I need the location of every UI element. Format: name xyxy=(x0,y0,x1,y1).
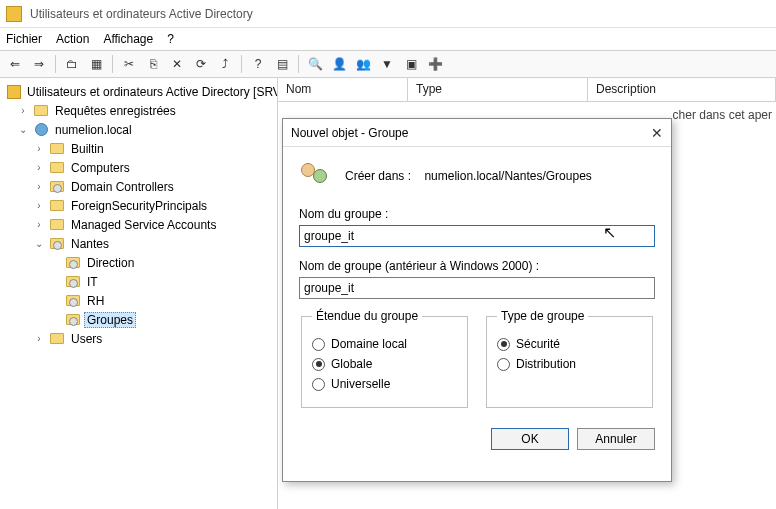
type-distribution-radio[interactable]: Distribution xyxy=(497,357,642,371)
new-ou-icon[interactable]: ▣ xyxy=(400,53,422,75)
tree-label: ForeignSecurityPrincipals xyxy=(68,199,210,213)
window-title: Utilisateurs et ordinateurs Active Direc… xyxy=(30,7,253,21)
scope-fieldset: Étendue du groupe Domaine local Globale … xyxy=(301,309,468,408)
tree-label: RH xyxy=(84,294,107,308)
titlebar: Utilisateurs et ordinateurs Active Direc… xyxy=(0,0,776,28)
scope-local-radio[interactable]: Domaine local xyxy=(312,337,457,351)
column-nom[interactable]: Nom xyxy=(278,78,408,101)
cut-icon[interactable]: ✂ xyxy=(118,53,140,75)
copy-icon[interactable]: ⎘ xyxy=(142,53,164,75)
group-name-input[interactable] xyxy=(299,225,655,247)
expand-icon[interactable]: › xyxy=(32,200,46,211)
radio-icon xyxy=(312,338,325,351)
dialog-title: Nouvel objet - Groupe xyxy=(291,126,408,140)
expand-icon[interactable]: › xyxy=(32,219,46,230)
expand-icon[interactable]: › xyxy=(32,143,46,154)
add-to-group-icon[interactable]: ➕ xyxy=(424,53,446,75)
app-icon xyxy=(6,6,22,22)
tree-computers[interactable]: ›Computers xyxy=(2,158,275,177)
delete-icon[interactable]: ✕ xyxy=(166,53,188,75)
tree-rh[interactable]: RH xyxy=(2,291,275,310)
filter-icon[interactable]: ▼ xyxy=(376,53,398,75)
ou-icon xyxy=(66,295,80,306)
group-name2000-label: Nom de groupe (antérieur à Windows 2000)… xyxy=(299,259,655,273)
cancel-button[interactable]: Annuler xyxy=(577,428,655,450)
tree-direction[interactable]: Direction xyxy=(2,253,275,272)
menu-file[interactable]: Fichier xyxy=(6,32,42,46)
radio-label: Globale xyxy=(331,357,372,371)
close-button[interactable]: ✕ xyxy=(651,125,663,141)
expand-icon[interactable]: › xyxy=(32,181,46,192)
toolbar: ⇐ ⇒ 🗀 ▦ ✂ ⎘ ✕ ⟳ ⤴ ? ▤ 🔍 👤 👥 ▼ ▣ ➕ xyxy=(0,50,776,78)
properties-icon[interactable]: ▤ xyxy=(271,53,293,75)
tree-domain[interactable]: ⌄numelion.local xyxy=(2,120,275,139)
folder-icon xyxy=(50,143,64,154)
tree-label: Computers xyxy=(68,161,133,175)
new-group-dialog: Nouvel objet - Groupe ✕ Créer dans : num… xyxy=(282,118,672,482)
tree-domain-controllers[interactable]: ›Domain Controllers xyxy=(2,177,275,196)
menubar: Fichier Action Affichage ? xyxy=(0,28,776,50)
menu-help[interactable]: ? xyxy=(167,32,174,46)
tree-nantes[interactable]: ⌄Nantes xyxy=(2,234,275,253)
expand-icon[interactable]: › xyxy=(32,333,46,344)
tree-it[interactable]: IT xyxy=(2,272,275,291)
type-legend: Type de groupe xyxy=(497,309,588,323)
toolbar-separator xyxy=(55,55,56,73)
expand-icon[interactable]: › xyxy=(32,162,46,173)
tree-view[interactable]: Utilisateurs et ordinateurs Active Direc… xyxy=(0,78,278,509)
radio-icon xyxy=(312,378,325,391)
up-button[interactable]: 🗀 xyxy=(61,53,83,75)
new-group-icon[interactable]: 👥 xyxy=(352,53,374,75)
back-button[interactable]: ⇐ xyxy=(4,53,26,75)
tree-saved-queries[interactable]: ›Requêtes enregistrées xyxy=(2,101,275,120)
type-security-radio[interactable]: Sécurité xyxy=(497,337,642,351)
toolbar-separator xyxy=(298,55,299,73)
folder-icon xyxy=(50,219,64,230)
type-fieldset: Type de groupe Sécurité Distribution xyxy=(486,309,653,408)
tree-root[interactable]: Utilisateurs et ordinateurs Active Direc… xyxy=(2,82,275,101)
scope-universal-radio[interactable]: Universelle xyxy=(312,377,457,391)
menu-view[interactable]: Affichage xyxy=(103,32,153,46)
scope-global-radio[interactable]: Globale xyxy=(312,357,457,371)
tree-msa[interactable]: ›Managed Service Accounts xyxy=(2,215,275,234)
tree-label: Nantes xyxy=(68,237,112,251)
collapse-icon[interactable]: ⌄ xyxy=(32,238,46,249)
tree-root-label: Utilisateurs et ordinateurs Active Direc… xyxy=(24,85,278,99)
scope-legend: Étendue du groupe xyxy=(312,309,422,323)
tree-label: Managed Service Accounts xyxy=(68,218,219,232)
column-description[interactable]: Description xyxy=(588,78,776,101)
expand-icon[interactable]: › xyxy=(16,105,30,116)
aduc-icon xyxy=(7,85,21,99)
collapse-icon[interactable]: ⌄ xyxy=(16,124,30,135)
ou-icon xyxy=(66,314,80,325)
refresh-icon[interactable]: ⟳ xyxy=(190,53,212,75)
view-button[interactable]: ▦ xyxy=(85,53,107,75)
export-icon[interactable]: ⤴ xyxy=(214,53,236,75)
help-icon[interactable]: ? xyxy=(247,53,269,75)
tree-label: IT xyxy=(84,275,101,289)
ou-icon xyxy=(66,257,80,268)
new-user-icon[interactable]: 👤 xyxy=(328,53,350,75)
radio-label: Universelle xyxy=(331,377,390,391)
domain-icon xyxy=(35,123,48,136)
radio-icon xyxy=(312,358,325,371)
radio-label: Sécurité xyxy=(516,337,560,351)
group-name2000-input[interactable] xyxy=(299,277,655,299)
empty-hint: cher dans cet aper xyxy=(673,108,772,122)
column-type[interactable]: Type xyxy=(408,78,588,101)
menu-action[interactable]: Action xyxy=(56,32,89,46)
column-headers: Nom Type Description xyxy=(278,78,776,102)
find-icon[interactable]: 🔍 xyxy=(304,53,326,75)
radio-icon xyxy=(497,358,510,371)
folder-icon xyxy=(34,105,48,116)
tree-builtin[interactable]: ›Builtin xyxy=(2,139,275,158)
ou-icon xyxy=(50,238,64,249)
forward-button[interactable]: ⇒ xyxy=(28,53,50,75)
radio-icon xyxy=(497,338,510,351)
tree-fsp[interactable]: ›ForeignSecurityPrincipals xyxy=(2,196,275,215)
toolbar-separator xyxy=(112,55,113,73)
tree-groupes[interactable]: Groupes xyxy=(2,310,275,329)
tree-users[interactable]: ›Users xyxy=(2,329,275,348)
ok-button[interactable]: OK xyxy=(491,428,569,450)
ou-icon xyxy=(66,276,80,287)
